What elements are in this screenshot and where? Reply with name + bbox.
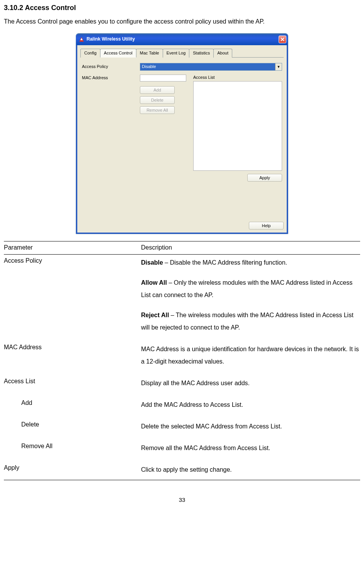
param-delete: Delete (4, 420, 141, 442)
desc-access-policy: Disable – Disable the MAC Address filter… (141, 254, 360, 343)
add-button[interactable]: Add (140, 86, 175, 94)
param-add: Add (4, 399, 141, 420)
access-policy-dropdown[interactable]: Disable ▼ (140, 63, 282, 71)
help-button[interactable]: Help (249, 222, 284, 229)
label-access-policy: Access Policy (82, 64, 140, 70)
label-access-list: Access List (193, 75, 282, 80)
desc-access-list: Display all the MAC Address user adds. (141, 377, 360, 399)
desc-delete: Delete the selected MAC Address from Acc… (141, 420, 360, 442)
text-allow: – Only the wireless modules with the MAC… (141, 279, 352, 298)
param-mac-address: MAC Address (4, 343, 141, 377)
text-reject: – The wireless modules with the MAC Addr… (141, 312, 354, 331)
tab-about[interactable]: About (213, 49, 232, 58)
tab-strip: Config Access Control Mac Table Event Lo… (80, 48, 284, 58)
param-apply: Apply (4, 464, 141, 480)
tab-statistics[interactable]: Statistics (189, 49, 214, 58)
section-heading: 3.10.2 Access Control (4, 3, 360, 13)
bold-allow: Allow All (141, 279, 167, 286)
th-parameter: Parameter (4, 241, 141, 254)
param-remove-all: Remove All (4, 442, 141, 464)
app-icon (78, 36, 85, 42)
th-description: Description (141, 241, 360, 254)
mac-address-input[interactable] (140, 75, 186, 82)
access-list-box[interactable] (193, 81, 282, 171)
apply-button[interactable]: Apply (247, 174, 282, 182)
label-mac-address: MAC Address (82, 75, 140, 81)
intro-text: The Access Control page enables you to c… (4, 17, 360, 26)
param-access-policy: Access Policy (4, 254, 141, 343)
bold-disable: Disable (141, 259, 163, 266)
bold-reject: Reject All (141, 312, 169, 318)
desc-mac-address: MAC Address is a unique identification f… (141, 343, 360, 377)
app-window: Ralink Wireless Utility Config Access Co… (76, 33, 288, 235)
titlebar: Ralink Wireless Utility (76, 34, 288, 45)
tab-event-log[interactable]: Event Log (163, 49, 190, 58)
desc-add: Add the MAC Address to Access List. (141, 399, 360, 420)
close-button[interactable] (279, 36, 286, 43)
screenshot-container: Ralink Wireless Utility Config Access Co… (4, 33, 360, 235)
chevron-down-icon: ▼ (275, 63, 282, 70)
param-access-list: Access List (4, 377, 141, 399)
page-number: 33 (4, 496, 360, 504)
tab-mac-table[interactable]: Mac Table (136, 49, 163, 58)
text-disable: – Disable the MAC Address filtering func… (163, 259, 287, 266)
tab-config[interactable]: Config (80, 49, 100, 58)
window-body: Config Access Control Mac Table Event Lo… (76, 45, 288, 234)
parameter-table: Parameter Description Access Policy Disa… (4, 241, 360, 480)
delete-button[interactable]: Delete (140, 96, 175, 104)
desc-apply: Click to apply the setting change. (141, 464, 360, 480)
tab-access-control[interactable]: Access Control (100, 49, 136, 58)
window-title: Ralink Wireless Utility (87, 36, 135, 42)
dropdown-value: Disable (140, 64, 275, 70)
remove-all-button[interactable]: Remove All (140, 106, 175, 114)
desc-remove-all: Remove all the MAC Address from Access L… (141, 442, 360, 464)
